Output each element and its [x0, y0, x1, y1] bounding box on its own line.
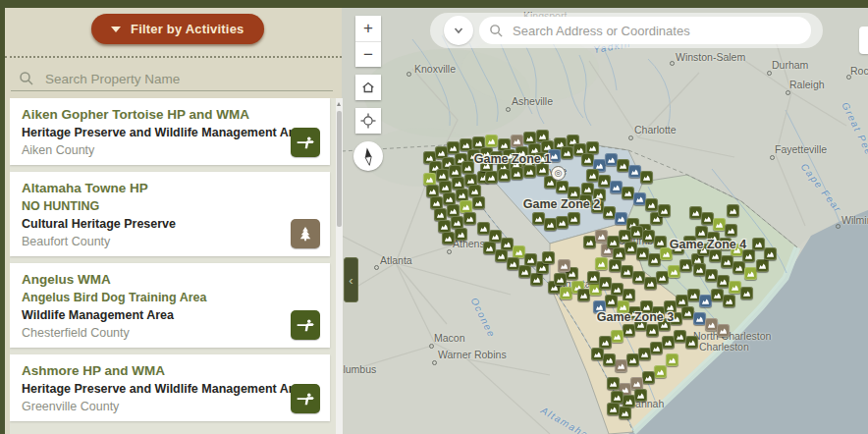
- property-list-item[interactable]: Ashmore HP and WMA Heritage Preserve and…: [10, 354, 330, 421]
- zoom-out-button[interactable]: −: [355, 41, 381, 67]
- animal-glyph-icon: [621, 409, 629, 417]
- map-marker[interactable]: [640, 171, 653, 184]
- animal-glyph-icon: [556, 276, 565, 284]
- animal-glyph-icon: [563, 149, 571, 157]
- map-marker[interactable]: [623, 324, 635, 337]
- map-marker[interactable]: [461, 161, 474, 174]
- property-title: Ashmore HP and WMA: [22, 363, 318, 378]
- map-marker[interactable]: [561, 146, 573, 159]
- animal-glyph-icon: [500, 172, 509, 180]
- game-zone-label: Game Zone 3: [597, 310, 675, 324]
- animal-glyph-icon: [432, 199, 441, 207]
- map-marker[interactable]: [605, 295, 618, 307]
- map-marker[interactable]: [463, 212, 476, 225]
- property-search-input[interactable]: [43, 71, 308, 87]
- map-marker[interactable]: [662, 336, 675, 349]
- city-label: Fayetteville: [775, 143, 827, 155]
- map-marker[interactable]: [542, 251, 555, 264]
- animal-glyph-icon: [719, 278, 728, 286]
- map-marker[interactable]: [442, 232, 455, 244]
- animal-glyph-icon: [624, 398, 633, 406]
- map-marker[interactable]: [558, 259, 570, 272]
- hunter-icon: [296, 389, 315, 408]
- animal-glyph-icon: [601, 339, 610, 347]
- sidebar-collapse-tab[interactable]: ‹: [344, 257, 358, 302]
- map-marker[interactable]: [607, 403, 620, 415]
- map-marker[interactable]: [485, 135, 498, 147]
- map-marker[interactable]: [638, 348, 651, 360]
- scrollbar-thumb[interactable]: [337, 111, 342, 227]
- map-marker[interactable]: [727, 204, 739, 217]
- map-marker[interactable]: [568, 212, 580, 225]
- map-marker[interactable]: [619, 407, 631, 419]
- map-marker[interactable]: [685, 336, 698, 349]
- animal-glyph-icon: [538, 264, 547, 272]
- map-marker[interactable]: [764, 247, 777, 260]
- map-marker[interactable]: [658, 204, 671, 217]
- map-marker[interactable]: [666, 353, 678, 366]
- map-marker[interactable]: [654, 365, 667, 378]
- address-search-field: [479, 17, 811, 44]
- map-marker[interactable]: [650, 342, 663, 354]
- animal-glyph-icon: [744, 252, 753, 260]
- map-marker[interactable]: [642, 371, 655, 384]
- animal-glyph-icon: [593, 351, 602, 358]
- animal-glyph-icon: [662, 250, 671, 258]
- map-marker[interactable]: [723, 295, 735, 307]
- address-search-input[interactable]: [511, 23, 795, 39]
- map-canvas[interactable]: KingsportKnoxvilleAshevilleGreenvilleCha…: [342, 8, 868, 434]
- city-label: Atlanta: [380, 254, 412, 266]
- property-list-item[interactable]: Aiken Gopher Tortoise HP and WMA Heritag…: [10, 98, 330, 165]
- scrollbar-up-arrow-icon[interactable]: [337, 102, 341, 106]
- map-marker[interactable]: [717, 324, 730, 337]
- map-marker[interactable]: [511, 167, 523, 180]
- home-button[interactable]: [355, 75, 381, 100]
- search-options-button[interactable]: [444, 16, 473, 45]
- map-marker[interactable]: [752, 238, 765, 250]
- map-marker-circle[interactable]: ◎: [551, 166, 566, 181]
- map-marker[interactable]: [626, 353, 639, 366]
- map-marker[interactable]: [595, 257, 608, 270]
- map-marker[interactable]: [523, 165, 536, 178]
- map-marker[interactable]: [603, 353, 616, 366]
- map-marker[interactable]: [530, 273, 543, 286]
- animal-glyph-icon: [597, 260, 606, 268]
- map-marker[interactable]: [646, 324, 659, 337]
- animal-glyph-icon: [526, 256, 535, 264]
- address-search-bar: [430, 13, 823, 48]
- game-zone-label: Game Zone 4: [670, 238, 747, 251]
- property-list-item[interactable]: Angelus WMA Angelus Bird Dog Training Ar…: [10, 263, 330, 348]
- animal-glyph-icon: [617, 362, 625, 370]
- property-county: Greenville County: [22, 400, 318, 413]
- compass-button[interactable]: [353, 141, 383, 171]
- map-marker[interactable]: [611, 330, 624, 343]
- cut-off-control[interactable]: [859, 27, 868, 54]
- map-marker[interactable]: [725, 224, 737, 237]
- map-marker[interactable]: [455, 228, 467, 241]
- map-marker[interactable]: [498, 169, 511, 182]
- map-marker[interactable]: [485, 171, 498, 184]
- animal-glyph-icon: [630, 168, 639, 176]
- city-dot: [432, 360, 437, 365]
- animal-glyph-icon: [632, 380, 641, 388]
- locate-button[interactable]: [355, 108, 381, 134]
- animal-glyph-icon: [723, 258, 732, 266]
- filter-by-activities-button[interactable]: Filter by Activities: [91, 14, 264, 44]
- zoom-in-button[interactable]: +: [355, 16, 381, 41]
- animal-glyph-icon: [451, 168, 460, 176]
- map-marker[interactable]: [472, 196, 485, 209]
- map-marker[interactable]: [591, 348, 604, 360]
- property-list-item[interactable]: Altamaha Towne HP NO HUNTING Cultural He…: [10, 172, 330, 256]
- map-marker[interactable]: [615, 359, 627, 372]
- map-marker[interactable]: [740, 287, 753, 299]
- animal-glyph-icon: [449, 207, 458, 215]
- animal-glyph-icon: [466, 177, 475, 185]
- sidebar: Filter by Activities Aiken Gopher Tortoi…: [5, 8, 342, 434]
- map-marker[interactable]: [756, 259, 769, 272]
- map-marker[interactable]: [645, 198, 658, 211]
- map-marker[interactable]: [607, 377, 620, 390]
- list-scrollbar[interactable]: [336, 98, 343, 434]
- map-marker[interactable]: [634, 389, 647, 402]
- animal-glyph-icon: [500, 141, 509, 149]
- animal-glyph-icon: [683, 309, 692, 317]
